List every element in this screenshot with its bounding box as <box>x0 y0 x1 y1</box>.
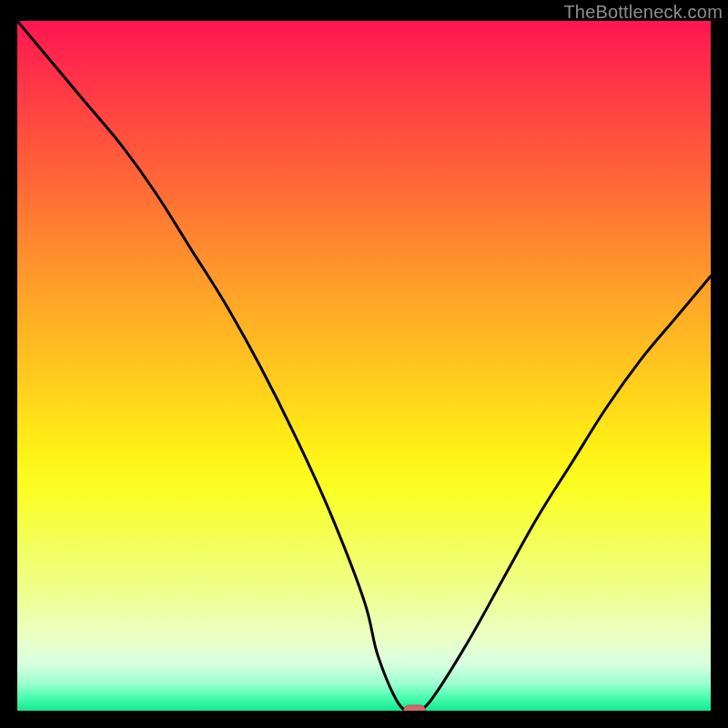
chart-frame: TheBottleneck.com <box>0 0 728 728</box>
curve-layer <box>17 21 711 711</box>
optimal-marker <box>404 705 426 711</box>
plot-area <box>17 21 711 711</box>
attribution-text: TheBottleneck.com <box>563 2 723 23</box>
bottleneck-curve <box>17 21 711 711</box>
